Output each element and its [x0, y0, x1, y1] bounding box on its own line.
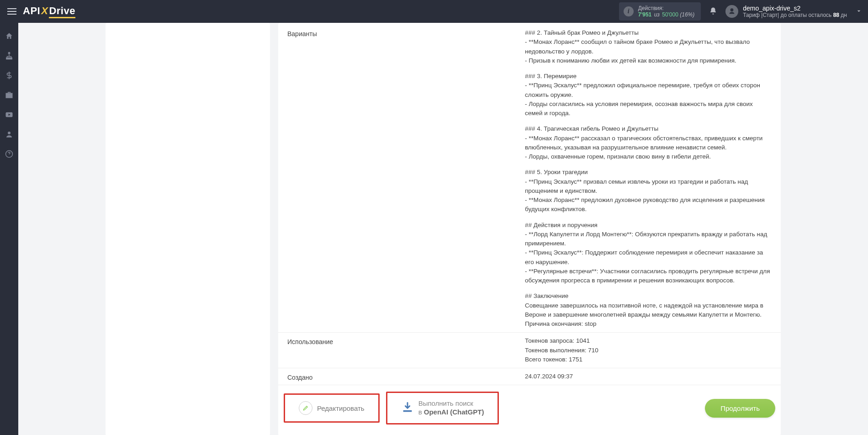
svg-rect-1: [6, 58, 8, 59]
main-card: Варианты ### 2. Тайный брак Ромео и Джул…: [278, 23, 781, 435]
home-icon[interactable]: [5, 32, 13, 42]
tariff-suffix: дн: [841, 12, 847, 18]
actions-used: 7'951: [638, 11, 652, 18]
logo-part2: Drive: [49, 5, 75, 16]
text-line: ### 3. Перемирие: [525, 72, 772, 81]
text-line: - Лорды, охваченные горем, признали свою…: [525, 152, 772, 161]
search-button-text: Выполнить поиск в OpenAI (ChatGPT): [418, 399, 484, 417]
actions-pct: (16%): [680, 11, 694, 18]
text-line: - **Монах Лоранс** рассказал о трагическ…: [525, 134, 772, 153]
tariff-prefix: Тариф |Старт| до оплаты осталось: [743, 12, 831, 18]
continue-button[interactable]: Продолжить: [705, 399, 775, 418]
text-line: - **Монах Лоранс** предложил духовное ру…: [525, 196, 772, 214]
usage-label: Использование: [287, 336, 525, 345]
button-row: Редактировать Выполнить поиск в OpenAI (…: [278, 385, 781, 427]
usage-prompt-tokens: Токенов запроса: 1041: [525, 336, 772, 345]
pencil-icon: [299, 401, 312, 415]
left-panel: [106, 23, 270, 435]
app-logo[interactable]: APIXDrive: [23, 5, 75, 18]
username: demo_apix-drive_s2: [743, 5, 847, 12]
header-right: i Действия: 7'951 из 50'000 (16%) demo_a…: [619, 2, 863, 21]
text-line: ## Заключение: [525, 292, 772, 301]
usage-total-tokens: Всего токенов: 1751: [525, 355, 772, 364]
created-label: Создано: [287, 372, 525, 381]
content-wrap: Варианты ### 2. Тайный брак Ромео и Джул…: [18, 23, 868, 435]
text-line: - **Принц Эскалус** предложил официально…: [525, 81, 772, 100]
variants-value: ### 2. Тайный брак Ромео и Джульетты - *…: [525, 28, 772, 329]
text-line: - **Регулярные встречи**: Участники согл…: [525, 267, 772, 286]
actions-text: Действия: 7'951 из 50'000 (16%): [638, 5, 695, 18]
user-menu[interactable]: demo_apix-drive_s2 Тариф |Старт| до опла…: [725, 5, 863, 18]
variants-label: Варианты: [287, 28, 525, 37]
svg-rect-0: [8, 53, 11, 54]
sidebar: [0, 23, 18, 435]
search-button-line2-prefix: в: [418, 408, 424, 416]
chevron-down-icon: [855, 7, 863, 16]
text-line: Совещание завершилось на позитивной ноте…: [525, 301, 772, 320]
text-line: ## Действия и поручения: [525, 221, 772, 230]
hamburger-menu[interactable]: [5, 6, 18, 16]
help-icon[interactable]: [5, 150, 13, 159]
svg-point-6: [8, 132, 11, 134]
dollar-icon[interactable]: [5, 71, 13, 81]
text-line: - **Принц Эскалус** призвал семьи извлеч…: [525, 177, 772, 196]
usage-value: Токенов запроса: 1041 Токенов выполнения…: [525, 336, 772, 364]
usage-completion-tokens: Токенов выполнения: 710: [525, 346, 772, 355]
download-icon: [401, 401, 414, 415]
user-icon[interactable]: [5, 130, 13, 140]
top-header: APIXDrive i Действия: 7'951 из 50'000 (1…: [0, 0, 868, 23]
edit-button[interactable]: Редактировать: [290, 397, 374, 419]
search-button-line2-bold: OpenAI (ChatGPT): [424, 408, 484, 416]
text-line: - Призыв к пониманию любви их детей как …: [525, 56, 772, 65]
logo-x: X: [40, 5, 49, 16]
edit-button-label: Редактировать: [317, 404, 365, 412]
notifications-icon[interactable]: [709, 7, 717, 16]
text-line: - **Монах Лоранс** сообщил о тайном брак…: [525, 37, 772, 56]
highlight-edit: Редактировать: [284, 393, 380, 423]
search-button-line1: Выполнить поиск: [418, 399, 484, 408]
text-line: ### 4. Трагическая гибель Ромео и Джулье…: [525, 124, 772, 133]
highlight-search: Выполнить поиск в OpenAI (ChatGPT): [386, 392, 499, 424]
svg-rect-2: [11, 58, 12, 59]
finish-reason: Причина окончания: stop: [525, 319, 772, 329]
actions-total: 50'000: [662, 11, 678, 18]
user-text: demo_apix-drive_s2 Тариф |Старт| до опла…: [743, 5, 847, 18]
actions-counter[interactable]: i Действия: 7'951 из 50'000 (16%): [619, 2, 701, 21]
row-usage: Использование Токенов запроса: 1041 Токе…: [278, 333, 781, 368]
text-line: - **Принц Эскалус**: Поддержит соблюдени…: [525, 248, 772, 267]
avatar-icon: [725, 5, 738, 18]
page-body: Варианты ### 2. Тайный брак Ромео и Джул…: [0, 23, 868, 435]
actions-label: Действия:: [638, 5, 695, 11]
text-line: - Лорды согласились на условия перемирия…: [525, 100, 772, 118]
row-created: Создано 24.07.2024 09:37: [278, 368, 781, 385]
sitemap-icon[interactable]: [5, 52, 13, 61]
tariff-days: 88: [833, 12, 839, 18]
svg-rect-3: [8, 58, 10, 59]
header-left: APIXDrive: [5, 5, 75, 18]
logo-part1: API: [23, 5, 40, 16]
row-variants: Варианты ### 2. Тайный брак Ромео и Джул…: [278, 25, 781, 333]
svg-rect-4: [6, 93, 12, 98]
youtube-icon[interactable]: [5, 111, 13, 120]
created-value: 24.07.2024 09:37: [525, 372, 772, 381]
info-icon: i: [624, 6, 634, 16]
briefcase-icon[interactable]: [5, 91, 13, 101]
text-line: ### 5. Уроки трагедии: [525, 168, 772, 177]
text-line: ### 2. Тайный брак Ромео и Джульетты: [525, 28, 772, 37]
search-openai-button[interactable]: Выполнить поиск в OpenAI (ChatGPT): [392, 395, 493, 421]
actions-sep: из: [653, 11, 661, 18]
text-line: - **Лорд Капулетти и Лорд Монтегю**: Обя…: [525, 230, 772, 249]
